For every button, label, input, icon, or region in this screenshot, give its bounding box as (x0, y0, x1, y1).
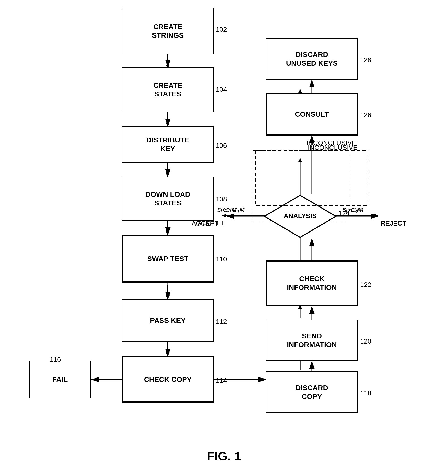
create-states-label: CREATESTATES (153, 81, 182, 98)
check-information-ref: 122 (360, 281, 371, 289)
svg-marker-15 (262, 377, 266, 382)
fail-label: FAIL (52, 375, 68, 384)
svg-marker-25 (298, 158, 302, 162)
sj-less-label: Sj<C1M (223, 206, 245, 215)
create-states-box: CREATESTATES (122, 67, 214, 112)
check-information-label: CHECKINFORMATION (287, 275, 337, 292)
analysis-diamond: ANALYSIS (263, 194, 337, 239)
svg-marker-3 (166, 123, 170, 126)
discard-unused-keys-ref: 128 (360, 56, 371, 64)
fail-ref: 116 (50, 356, 61, 363)
create-strings-ref: 102 (216, 26, 227, 33)
svg-marker-5 (166, 173, 170, 177)
check-information-box: CHECKINFORMATION (266, 260, 358, 306)
send-information-ref: 120 (360, 337, 371, 345)
swap-test-box: SWAP TEST (122, 235, 214, 283)
download-states-label: DOWN LOADSTATES (145, 190, 190, 207)
consult-ref: 126 (360, 111, 371, 119)
send-information-box: SENDINFORMATION (266, 320, 358, 361)
pass-key-box: PASS KEY (122, 299, 214, 342)
svg-marker-9 (166, 295, 170, 299)
svg-text:ANALYSIS: ANALYSIS (284, 212, 316, 220)
pass-key-label: PASS KEY (150, 316, 186, 325)
create-states-ref: 104 (216, 86, 227, 93)
swap-test-label: SWAP TEST (147, 254, 188, 263)
figure-caption: FIG. 1 (179, 449, 269, 463)
consult-box: CONSULT (266, 93, 358, 136)
pass-key-ref: 112 (216, 318, 227, 326)
distribute-key-label: DISTRIBUTEKEY (146, 136, 189, 153)
accept-text: ACCEPT (198, 219, 225, 227)
distribute-key-box: DISTRIBUTEKEY (122, 126, 214, 163)
svg-marker-7 (166, 231, 170, 235)
download-states-box: DOWN LOADSTATES (122, 177, 214, 221)
discard-copy-ref: 118 (360, 389, 371, 397)
download-states-ref: 108 (216, 195, 227, 203)
send-information-label: SENDINFORMATION (287, 332, 337, 349)
discard-copy-box: DISCARDCOPY (266, 371, 358, 413)
discard-unused-keys-box: DISCARDUNUSED KEYS (266, 38, 358, 80)
check-copy-label: CHECK COPY (144, 375, 192, 384)
swap-test-ref: 110 (216, 255, 227, 263)
check-copy-ref: 114 (216, 376, 227, 384)
svg-marker-27 (298, 89, 302, 93)
discard-copy-label: DISCARDCOPY (296, 384, 328, 401)
check-copy-box: CHECK COPY (122, 356, 214, 403)
create-strings-box: CREATESTRINGS (122, 8, 214, 54)
svg-marker-31 (374, 214, 378, 218)
create-strings-label: CREATESTRINGS (152, 22, 184, 40)
reject-text: REJECT (381, 219, 406, 227)
diagram-container: CREATESTRINGS 102 CREATESTATES 104 DISTR… (0, 0, 448, 476)
discard-unused-keys-label: DISCARDUNUSED KEYS (286, 50, 338, 67)
svg-marker-11 (166, 352, 170, 356)
consult-label: CONSULT (295, 110, 329, 119)
sj-greater-label: Sj>C2M (342, 206, 363, 215)
flow-arrows (0, 0, 448, 476)
distribute-key-ref: 106 (216, 142, 227, 150)
arrows-svg (0, 0, 448, 476)
inconclusive-text: INCONCLUSIVE (308, 144, 358, 152)
fail-box: FAIL (29, 361, 91, 398)
